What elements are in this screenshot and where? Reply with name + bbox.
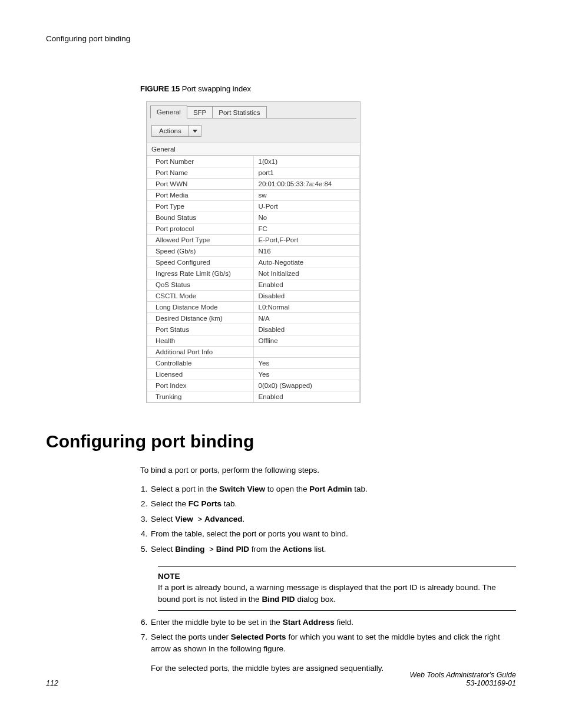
prop-value: 20:01:00:05:33:7a:4e:84 — [253, 179, 360, 190]
prop-value: Yes — [253, 369, 360, 380]
prop-label: Port Number — [147, 156, 254, 167]
page-number: 112 — [46, 679, 58, 687]
prop-value: 0(0x0) (Swapped) — [253, 380, 360, 391]
table-row: Port Index0(0x0) (Swapped) — [147, 380, 360, 391]
prop-value: Disabled — [253, 291, 360, 302]
table-row: Speed ConfiguredAuto-Negotiate — [147, 257, 360, 268]
table-row: Allowed Port TypeE-Port,F-Port — [147, 235, 360, 246]
prop-label: Controllable — [147, 358, 254, 369]
intro-paragraph: To bind a port or ports, perform the fol… — [140, 465, 516, 476]
table-row: Port Nameport1 — [147, 167, 360, 179]
svg-marker-0 — [193, 130, 197, 133]
tab-port-statistics[interactable]: Port Statistics — [212, 106, 266, 118]
prop-label: Health — [147, 335, 254, 347]
port-properties-panel: General SFP Port Statistics Actions Gene… — [146, 101, 361, 403]
prop-label: Ingress Rate Limit (Gb/s) — [147, 268, 254, 279]
prop-value: Disabled — [253, 324, 360, 335]
prop-label: Port protocol — [147, 223, 254, 235]
prop-value: Enabled — [253, 391, 360, 403]
running-header: Configuring port binding — [46, 34, 516, 43]
tab-bar: General SFP Port Statistics — [147, 102, 360, 118]
prop-value: Enabled — [253, 279, 360, 291]
step-5: Select Binding > Bind PID from the Actio… — [150, 543, 516, 555]
table-row: Desired Distance (km)N/A — [147, 313, 360, 324]
table-row: Additional Port Info — [147, 347, 360, 358]
prop-label: Port Index — [147, 380, 254, 391]
step-7: Select the ports under Selected Ports fo… — [150, 631, 516, 674]
table-row: Ingress Rate Limit (Gb/s)Not Initialized — [147, 268, 360, 279]
table-row: QoS StatusEnabled — [147, 279, 360, 291]
table-row: TrunkingEnabled — [147, 391, 360, 403]
prop-value: E-Port,F-Port — [253, 235, 360, 246]
figure-caption: FIGURE 15 Port swapping index — [140, 84, 516, 93]
prop-value: Yes — [253, 358, 360, 369]
note-body: If a port is already bound, a warning me… — [158, 582, 516, 605]
prop-value: FC — [253, 223, 360, 235]
table-row: Port WWN20:01:00:05:33:7a:4e:84 — [147, 179, 360, 190]
prop-value: N16 — [253, 246, 360, 257]
table-row: Long Distance ModeL0:Normal — [147, 302, 360, 313]
prop-value: No — [253, 212, 360, 223]
prop-label: Long Distance Mode — [147, 302, 254, 313]
section-heading: Configuring port binding — [46, 431, 516, 452]
tab-general[interactable]: General — [150, 106, 187, 118]
table-row: Port Mediasw — [147, 190, 360, 201]
table-row: ControllableYes — [147, 358, 360, 369]
body-content: To bind a port or ports, perform the fol… — [140, 465, 516, 674]
steps-list-1: Select a port in the Switch View to open… — [150, 483, 516, 555]
table-row: Bound StatusNo — [147, 212, 360, 223]
prop-label: Allowed Port Type — [147, 235, 254, 246]
prop-label: Licensed — [147, 369, 254, 380]
step-4: From the table, select the port or ports… — [150, 528, 516, 540]
prop-value — [253, 347, 360, 358]
prop-value: L0:Normal — [253, 302, 360, 313]
chevron-down-icon — [189, 126, 201, 136]
actions-button[interactable]: Actions — [151, 125, 201, 137]
figure-label: FIGURE 15 — [140, 84, 180, 93]
table-row: Port protocolFC — [147, 223, 360, 235]
prop-label: Speed Configured — [147, 257, 254, 268]
prop-label: Trunking — [147, 391, 254, 403]
step-1: Select a port in the Switch View to open… — [150, 483, 516, 495]
prop-value: 1(0x1) — [253, 156, 360, 167]
tab-sfp[interactable]: SFP — [187, 106, 213, 118]
table-row: Speed (Gb/s)N16 — [147, 246, 360, 257]
footer-guide-title: Web Tools Administrator's Guide — [410, 671, 516, 679]
prop-value: U-Port — [253, 201, 360, 212]
prop-label: Port Status — [147, 324, 254, 335]
note-title: NOTE — [158, 572, 516, 581]
prop-label: Bound Status — [147, 212, 254, 223]
page-footer: 112 Web Tools Administrator's Guide 53-1… — [46, 671, 516, 687]
prop-label: QoS Status — [147, 279, 254, 291]
prop-label: CSCTL Mode — [147, 291, 254, 302]
table-row: Port StatusDisabled — [147, 324, 360, 335]
table-row: Port TypeU-Port — [147, 201, 360, 212]
table-row: CSCTL ModeDisabled — [147, 291, 360, 302]
prop-label: Port Media — [147, 190, 254, 201]
prop-value: Offline — [253, 335, 360, 347]
table-row: LicensedYes — [147, 369, 360, 380]
prop-label: Port Name — [147, 167, 254, 179]
table-row: HealthOffline — [147, 335, 360, 347]
prop-value: port1 — [253, 167, 360, 179]
step-2: Select the FC Ports tab. — [150, 498, 516, 510]
prop-label: Speed (Gb/s) — [147, 246, 254, 257]
prop-label: Port WWN — [147, 179, 254, 190]
table-row: Port Number1(0x1) — [147, 156, 360, 167]
properties-table: Port Number1(0x1)Port Nameport1Port WWN2… — [147, 156, 360, 403]
note-box: NOTE If a port is already bound, a warni… — [158, 566, 516, 610]
footer-doc-number: 53-1003169-01 — [410, 679, 516, 687]
actions-button-label: Actions — [152, 126, 189, 136]
steps-list-2: Enter the middle byte to be set in the S… — [150, 617, 516, 674]
group-header-general: General — [147, 143, 360, 156]
prop-value: Not Initialized — [253, 268, 360, 279]
prop-label: Desired Distance (km) — [147, 313, 254, 324]
figure-title: Port swapping index — [182, 84, 251, 93]
prop-value: sw — [253, 190, 360, 201]
step-6: Enter the middle byte to be set in the S… — [150, 617, 516, 628]
prop-label: Port Type — [147, 201, 254, 212]
prop-label: Additional Port Info — [147, 347, 254, 358]
step-3: Select View > Advanced. — [150, 513, 516, 525]
prop-value: N/A — [253, 313, 360, 324]
prop-value: Auto-Negotiate — [253, 257, 360, 268]
